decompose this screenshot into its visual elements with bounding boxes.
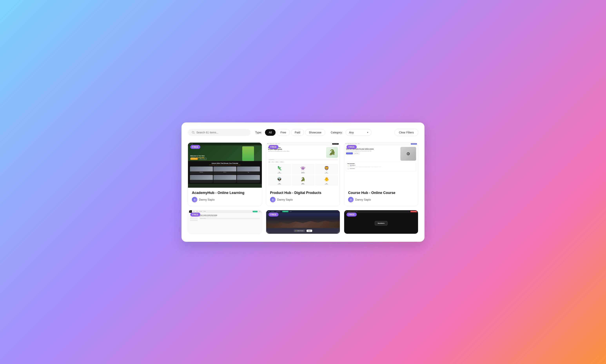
course-label: Biohacking <box>190 171 213 173</box>
course-image <box>190 175 213 180</box>
type-label: Type: <box>255 131 262 134</box>
nav-item: Loader <box>345 211 347 212</box>
category-label: Category: <box>331 131 343 134</box>
products-grid: 🦎 Dirk $139.99 value 👾 Furry Felix $99.9… <box>266 164 340 187</box>
card-thumbnail-coursehub: FREE Home Portal Activate License Free I… <box>344 143 418 188</box>
nav-item: Home <box>345 143 347 144</box>
framer-main-desc: The best resources, tools, and apps for … <box>199 216 260 217</box>
course-top-bar: Home Portal Activate License Free Items … <box>344 143 418 145</box>
card-footer-producthub: Product Hub - Digital Products D Danny S… <box>266 188 340 206</box>
product-card: 👽 Thrala $29.99 value <box>268 175 291 185</box>
type-btn-all[interactable]: All <box>265 129 276 136</box>
edit-framer-bottom-bar: ⚡ Edit in Framer Open <box>266 228 340 234</box>
course-label <box>213 180 236 181</box>
badge-free: FREE <box>190 213 200 217</box>
curriculum-item: Intro to Framer <box>347 168 415 170</box>
search-input[interactable] <box>196 131 247 134</box>
product-price: $18.00 value <box>316 184 337 185</box>
nav-item: Infinite Counter <box>348 211 352 212</box>
product-price: $29.99 value <box>269 184 290 185</box>
products-top-bar: Explore Activate License Free Items Sign… <box>266 143 340 145</box>
purchase-course-btn: Purchase Course <box>346 152 353 154</box>
course-label <box>237 180 260 181</box>
course-item <box>213 175 236 183</box>
product-card: 🐥 Duck $18.00 value <box>315 175 338 185</box>
category-select-wrapper[interactable]: Any Education E-commerce Portfolio Busin… <box>346 129 372 136</box>
sidebar-item <box>190 220 198 221</box>
course-image <box>237 175 260 180</box>
svg-point-0 <box>192 131 194 133</box>
framer-main-title: Framer curation membership template <box>199 215 260 216</box>
search-box-text: 🔍 Search Resources... <box>200 218 206 219</box>
curriculum-icon <box>347 168 349 170</box>
type-btn-free[interactable]: Free <box>277 129 290 136</box>
card-thumbnail-edit-framer: FREE Posts Free Items Create Account 7-D… <box>266 210 340 234</box>
course-hero-image: ▶ <box>400 147 416 161</box>
curriculum-desc: In this section, I'll provide an overvie… <box>350 167 415 167</box>
nav-item: Free Items <box>275 143 277 144</box>
badge-free: FREE <box>346 213 356 217</box>
open-button[interactable]: Open <box>306 230 312 232</box>
card-academyhub[interactable]: FREE Welcome to Your NewOnline Learning … <box>188 143 262 206</box>
search-wrapper[interactable] <box>188 129 250 136</box>
nav-item: Sign In <box>259 211 261 212</box>
author-name-academyhub: Danny Sapio <box>199 198 215 201</box>
curriculum-title: The Curriculum <box>347 163 415 164</box>
products-filter-row: All Free Animals Monsters <box>268 161 338 163</box>
nav-item: Posts <box>267 211 270 212</box>
product-card: 🦎 Dirk $139.99 value <box>268 164 291 174</box>
card-edit-framer[interactable]: FREE Posts Free Items Create Account 7-D… <box>266 210 340 234</box>
avatar-coursehub: D <box>348 197 354 202</box>
product-image: 🐊 <box>292 176 314 183</box>
type-btn-paid[interactable]: Paid <box>291 129 304 136</box>
card-title-coursehub: Course Hub - Online Course <box>348 191 414 195</box>
card-framer-curation[interactable]: FREE F Explore Submit Free Items 🔍 Saved… <box>188 210 262 234</box>
toolbar: Type: All Free Paid Showcase Category: A… <box>188 129 418 136</box>
clear-filters-button[interactable]: Clear Filters <box>395 129 418 136</box>
edit-in-framer-button[interactable]: ⚡ Edit in Framer <box>294 230 305 232</box>
framer-main-content: Framer curation membership template The … <box>199 215 260 221</box>
nav-item: Activate License <box>350 143 354 144</box>
nav-item: Free Items <box>199 211 202 212</box>
edit-framer-top-bar: Posts Free Items Create Account 7-Day Fr… <box>266 210 340 213</box>
card-thumbnail-framer-curation: FREE F Explore Submit Free Items 🔍 Saved… <box>188 210 262 234</box>
course-label: Self Care <box>213 171 236 173</box>
nav-item: Sign In <box>289 211 292 212</box>
card-coursehub[interactable]: FREE Home Portal Activate License Free I… <box>344 143 418 206</box>
nav-item: Create Account <box>276 211 281 212</box>
course-item: Yoga <box>237 167 260 174</box>
card-title-producthub: Product Hub - Digital Products <box>270 191 336 195</box>
framer-search-box: 🔍 Search Resources... <box>199 218 260 219</box>
sign-up-btn: Sign Up Free <box>253 211 258 212</box>
card-author-coursehub: D Danny Sapio <box>348 197 414 202</box>
curriculum-name: Intro to Framer <box>350 168 415 169</box>
academy-skills-sub: Get the full studio experience at home w… <box>190 164 260 165</box>
card-producthub[interactable]: FREE Explore Activate License Free Items… <box>266 143 340 206</box>
products-search-bar: 🔍 Search 30 items... <box>268 159 338 160</box>
nav-item: Sign In <box>356 211 357 212</box>
academy-hero-buttons: Get Full Access Browse Lessons <box>190 158 207 160</box>
card-numbers[interactable]: FREE Loader Infinite Counter Free Items … <box>344 210 418 234</box>
numbers-badge: Numbers <box>375 221 387 225</box>
card-author-academyhub: D Danny Sapio <box>192 197 258 202</box>
numbers-top-bar: Loader Infinite Counter Free Items Sign … <box>344 210 418 213</box>
curriculum-icon <box>347 165 349 167</box>
play-icon: ▶ <box>407 152 410 155</box>
launch-framer-btn: Launch Framer <box>353 152 360 154</box>
type-btn-showcase[interactable]: Showcase <box>305 129 325 136</box>
framer-top-bar: F Explore Submit Free Items 🔍 Saved Sign… <box>188 210 262 213</box>
category-select[interactable]: Any Education E-commerce Portfolio Busin… <box>349 131 366 134</box>
product-image: 👽 <box>269 176 290 183</box>
nav-cta: Become a Member <box>332 143 339 144</box>
card-author-producthub: D Danny Sapio <box>270 197 336 202</box>
card-title-academyhub: AcademyHub - Online Learning <box>192 191 258 195</box>
nav-item: Free Items <box>271 211 275 212</box>
course-image <box>190 167 213 171</box>
author-name-producthub: Danny Sapio <box>277 198 293 201</box>
card-footer-coursehub: Course Hub - Online Course D Danny Sapio <box>344 188 418 206</box>
course-hero-desc: Sell exclusive access to your digital on… <box>346 151 399 152</box>
nav-item: Free Items <box>355 143 357 144</box>
filter-chip: Free <box>271 161 274 163</box>
author-name-coursehub: Danny Sapio <box>355 198 371 201</box>
search-icon <box>192 131 195 134</box>
